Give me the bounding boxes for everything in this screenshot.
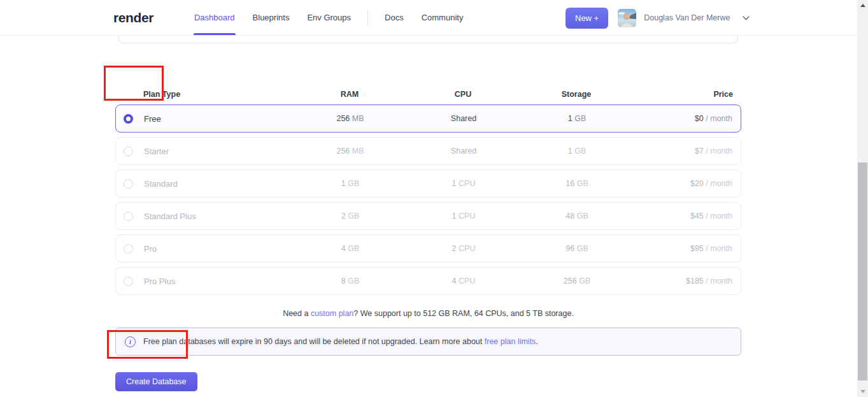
- plan-ram: 256 MB: [294, 147, 407, 155]
- new-button[interactable]: New +: [566, 8, 608, 29]
- nav-divider: [367, 10, 368, 26]
- previous-field-cutoff: [118, 36, 738, 43]
- plan-ram: 2 GB: [294, 212, 407, 220]
- radio-cell: [116, 244, 144, 254]
- render-dashboard-page: render Dashboard Blueprints Env Groups D…: [0, 0, 868, 397]
- plan-name: Standard: [144, 179, 294, 189]
- nav-tab-env-groups[interactable]: Env Groups: [298, 0, 360, 35]
- database-plan-form: Plan Type RAM CPU Storage Price Free 256…: [115, 36, 741, 397]
- column-storage: Storage: [520, 90, 633, 99]
- plan-radio[interactable]: [124, 277, 133, 286]
- scroll-up-arrow[interactable]: [857, 0, 868, 11]
- scrollbar-thumb[interactable]: [858, 162, 867, 380]
- nav-tab-community-label: Community: [422, 13, 464, 22]
- nav-tab-dashboard-label: Dashboard: [194, 13, 235, 22]
- nav-tab-blueprints[interactable]: Blueprints: [244, 0, 299, 35]
- plan-storage: 256 GB: [520, 277, 634, 285]
- header-right-cluster: New + Douglas Van Der Merwe: [566, 0, 750, 36]
- column-ram: RAM: [293, 90, 406, 99]
- plan-cpu: 1 CPU: [407, 212, 520, 220]
- plan-row-standard[interactable]: Standard 1 GB 1 CPU 16 GB $20 / month: [115, 170, 741, 198]
- plan-name: Standard Plus: [144, 212, 294, 221]
- nav-tab-dashboard[interactable]: Dashboard: [185, 0, 244, 35]
- plan-radio[interactable]: [124, 212, 133, 221]
- plan-price: $20 / month: [634, 179, 741, 188]
- free-plan-info-banner: i Free plan databases will expire in 90 …: [115, 328, 741, 356]
- plan-ram: 8 GB: [294, 277, 407, 285]
- plan-radio-selected[interactable]: [124, 114, 133, 124]
- top-navigation-bar: render Dashboard Blueprints Env Groups D…: [0, 0, 857, 36]
- nav-tab-docs[interactable]: Docs: [376, 0, 413, 35]
- info-icon: i: [125, 336, 136, 347]
- plan-name: Pro Plus: [144, 277, 294, 286]
- plan-radio[interactable]: [124, 244, 133, 254]
- nav-tab-env-groups-label: Env Groups: [307, 13, 351, 22]
- plan-cpu: Shared: [407, 147, 520, 155]
- banner-message: Free plan databases will expire in 90 da…: [143, 337, 485, 346]
- custom-plan-suffix: ? We support up to 512 GB RAM, 64 CPUs, …: [353, 309, 574, 318]
- banner-text: Free plan databases will expire in 90 da…: [143, 337, 538, 346]
- render-logo[interactable]: render: [113, 10, 153, 25]
- plan-name: Pro: [144, 244, 294, 254]
- plan-row-starter[interactable]: Starter 256 MB Shared 1 GB $7 / month: [115, 137, 741, 165]
- column-price: Price: [633, 90, 741, 99]
- plan-row-pro-plus[interactable]: Pro Plus 8 GB 4 CPU 256 GB $185 / month: [115, 267, 741, 295]
- triangle-down-icon: [860, 390, 865, 393]
- radio-cell: [116, 212, 144, 221]
- custom-plan-note: Need a custom plan? We support up to 512…: [115, 309, 741, 318]
- create-database-button[interactable]: Create Database: [115, 372, 197, 391]
- nav-tab-docs-label: Docs: [385, 13, 404, 22]
- plan-row-standard-plus[interactable]: Standard Plus 2 GB 1 CPU 48 GB $45 / mon…: [115, 202, 741, 230]
- custom-plan-link[interactable]: custom plan: [311, 309, 353, 318]
- plan-price: $185 / month: [634, 277, 741, 285]
- free-plan-limits-link[interactable]: free plan limits: [485, 337, 536, 346]
- primary-nav: Dashboard Blueprints Env Groups Docs Com…: [185, 0, 472, 35]
- radio-cell: [116, 179, 144, 189]
- plan-row-free[interactable]: Free 256 MB Shared 1 GB $0 / month: [115, 105, 741, 133]
- vertical-scrollbar[interactable]: [857, 0, 868, 397]
- radio-cell: [116, 147, 144, 156]
- radio-cell: [116, 277, 144, 286]
- user-name[interactable]: Douglas Van Der Merwe: [644, 13, 730, 22]
- user-avatar[interactable]: [618, 9, 636, 27]
- plan-radio[interactable]: [124, 179, 133, 189]
- triangle-up-icon: [860, 4, 865, 7]
- plan-storage: 48 GB: [520, 212, 634, 220]
- banner-period: .: [536, 337, 537, 346]
- plan-table-header: Plan Type RAM CPU Storage Price: [115, 87, 741, 102]
- radio-cell: [116, 114, 144, 124]
- plan-storage: 96 GB: [520, 244, 634, 253]
- plan-ram: 256 MB: [294, 114, 407, 123]
- plan-name: Free: [144, 114, 294, 124]
- plan-storage: 1 GB: [520, 147, 634, 155]
- chevron-down-icon[interactable]: [743, 16, 750, 20]
- column-plan-type: Plan Type: [143, 90, 293, 99]
- custom-plan-prefix: Need a: [283, 309, 311, 318]
- plan-radio[interactable]: [124, 147, 133, 156]
- plan-storage: 1 GB: [520, 114, 634, 123]
- plan-cpu: 4 CPU: [407, 277, 520, 285]
- nav-tab-blueprints-label: Blueprints: [253, 13, 290, 22]
- nav-tab-community[interactable]: Community: [413, 0, 473, 35]
- scroll-down-arrow[interactable]: [857, 386, 868, 397]
- plan-price: $0 / month: [634, 114, 741, 123]
- plan-row-pro[interactable]: Pro 4 GB 2 CPU 96 GB $95 / month: [115, 235, 741, 263]
- plan-price: $45 / month: [634, 212, 741, 220]
- plan-ram: 4 GB: [294, 244, 407, 253]
- plan-ram: 1 GB: [294, 179, 407, 188]
- plan-cpu: 2 CPU: [407, 244, 520, 253]
- active-tab-underline: [194, 33, 236, 35]
- plan-storage: 16 GB: [520, 179, 634, 188]
- column-cpu: CPU: [406, 90, 520, 99]
- plan-cpu: Shared: [407, 114, 520, 123]
- plan-price: $7 / month: [634, 147, 741, 155]
- plan-price: $95 / month: [634, 244, 741, 253]
- avatar-photo: [618, 9, 636, 27]
- plan-name: Starter: [144, 147, 294, 156]
- plan-cpu: 1 CPU: [407, 179, 520, 188]
